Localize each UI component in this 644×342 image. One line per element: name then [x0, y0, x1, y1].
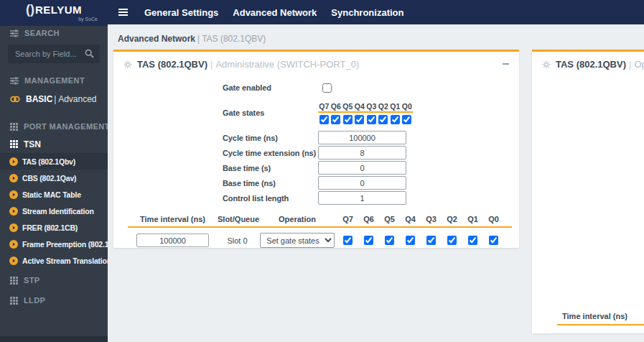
sidebar-item-label: BASIC| Advanced	[26, 94, 97, 104]
entry-time-interval-input[interactable]	[136, 234, 209, 247]
toggle-rings-icon	[10, 95, 20, 103]
gear-icon	[542, 60, 551, 69]
gate-state-q6-checkbox[interactable]	[331, 115, 340, 124]
breadcrumb-section[interactable]: Advanced Network	[118, 34, 195, 44]
gate-states-row: Gate states Q7 Q6 Q5 Q4 Q3 Q2 Q1 Q0	[113, 100, 519, 126]
chevron-circle-icon	[9, 256, 18, 265]
entry-q1-checkbox[interactable]	[468, 236, 477, 245]
gate-state-q1-checkbox[interactable]	[391, 115, 400, 124]
cycle-time-extension-row: Cycle time extension (ns)	[113, 145, 519, 160]
sidebar-item-stp[interactable]: STP	[0, 272, 108, 289]
gate-state-q7-checkbox[interactable]	[319, 115, 329, 124]
gate-state-q0-checkbox[interactable]	[402, 115, 411, 124]
menu-toggle-icon[interactable]	[118, 8, 129, 17]
sidebar-item-label: Stream Identification	[22, 207, 94, 216]
base-time-ns-input[interactable]	[318, 176, 406, 190]
sidebar-item-frer[interactable]: FRER (802.1CB)	[0, 219, 108, 236]
nav-synchronization[interactable]: Synchronization	[331, 7, 403, 18]
entry-q4-checkbox[interactable]	[406, 236, 415, 245]
card-title: TAS (802.1QBV)	[556, 59, 626, 70]
entry-q0-checkbox[interactable]	[489, 236, 498, 245]
chevron-circle-icon	[9, 207, 18, 216]
entry-q7-checkbox[interactable]	[343, 236, 353, 245]
admin-card-header: TAS (802.1QBV) | Administrative (SWITCH-…	[113, 52, 519, 73]
queue-header: Q2	[378, 102, 390, 111]
queue-header-row: Q7 Q6 Q5 Q4 Q3 Q2 Q1 Q0	[318, 102, 413, 111]
grid-icon	[10, 140, 18, 148]
brand-tagline: by SoCe	[78, 17, 98, 22]
control-list-header-row: Time interval (ns) Slot/Queue Operation …	[128, 215, 512, 223]
gate-state-q5-checkbox[interactable]	[343, 115, 353, 124]
nav-advanced-network[interactable]: Advanced Network	[233, 7, 317, 18]
sidebar-item-active-stream-translation[interactable]: Active Stream Translation	[0, 252, 108, 269]
sidebar-item-cbs[interactable]: CBS (802.1Qav)	[0, 170, 108, 186]
queue-header: Q0	[483, 215, 504, 223]
cycle-time-extension-label: Cycle time extension (ns)	[223, 149, 318, 157]
cycle-time-label: Cycle time (ns)	[223, 134, 318, 142]
brand-logo-row: () RELYUM	[26, 3, 82, 16]
admin-form: Gate enabled Gate states Q7 Q6 Q5 Q4 Q3 …	[113, 81, 519, 205]
breadcrumb-divider: |	[197, 34, 200, 44]
cycle-time-input[interactable]	[318, 131, 406, 144]
top-navigation: General Settings Advanced Network Synchr…	[144, 7, 403, 18]
chevron-circle-icon	[9, 190, 18, 199]
card-title-divider: |	[629, 59, 631, 70]
gear-icon	[123, 60, 132, 69]
sidebar-item-label: CBS (802.1Qav)	[22, 174, 76, 182]
sidebar-item-tsn[interactable]: TSN	[0, 135, 108, 153]
entry-operation-select[interactable]: Set gate states	[260, 233, 335, 248]
entry-q5-checkbox[interactable]	[385, 236, 394, 245]
grid-icon	[10, 277, 18, 285]
queue-header: Q3	[365, 102, 378, 111]
entry-q2-checkbox[interactable]	[447, 236, 457, 245]
queue-header: Q3	[421, 215, 442, 223]
nav-general-settings[interactable]: General Settings	[144, 7, 218, 18]
control-list-length-row: Control list length	[113, 190, 519, 205]
sliders-icon	[10, 29, 19, 37]
gate-state-q2-checkbox[interactable]	[378, 115, 388, 124]
sidebar-section-port-management: PORT MANAGEMENT	[0, 118, 108, 135]
card-subtitle: Administrative (SWITCH-PORT_0)	[215, 59, 359, 70]
gate-state-q3-checkbox[interactable]	[367, 115, 376, 124]
chevron-circle-icon	[9, 240, 18, 249]
grid-icon	[10, 297, 18, 305]
control-list-length-input[interactable]	[318, 191, 406, 205]
control-list-table: Time interval (ns) Slot/Queue Operation …	[113, 215, 519, 248]
sidebar-item-label: Static MAC Table	[22, 190, 81, 199]
search-icon[interactable]	[85, 49, 94, 58]
chevron-circle-icon	[9, 174, 18, 182]
entry-q6-checkbox[interactable]	[364, 236, 373, 245]
chevron-circle-icon	[9, 157, 18, 166]
sidebar-section-management: MANAGEMENT	[0, 72, 108, 89]
base-time-s-input[interactable]	[318, 161, 406, 175]
breadcrumb: Advanced Network|TAS (802.1QBV)	[108, 24, 644, 44]
cycle-time-row: Cycle time (ns)	[113, 130, 519, 145]
sidebar-item-static-mac-table[interactable]: Static MAC Table	[0, 186, 108, 203]
sidebar-item-label: LLDP	[24, 296, 45, 305]
cycle-time-extension-input[interactable]	[318, 146, 406, 160]
sidebar-item-basic-advanced[interactable]: BASIC| Advanced	[0, 89, 108, 109]
collapse-icon[interactable]	[503, 63, 509, 65]
sidebar-item-label: STP	[24, 276, 40, 285]
sidebar-item-tas[interactable]: TAS (802.1Qbv)	[0, 153, 108, 170]
sidebar-item-lldp[interactable]: LLDP	[0, 292, 108, 309]
sidebar-section-label: PORT MANAGEMENT	[24, 122, 108, 131]
time-interval-header: Time interval (ns)	[128, 215, 218, 223]
queue-header-underline	[318, 111, 413, 113]
gate-state-q4-checkbox[interactable]	[355, 115, 364, 124]
entry-q3-checkbox[interactable]	[426, 236, 436, 245]
queue-header: Q4	[400, 215, 421, 223]
sidebar-item-label: Frame Preemption (802.1Qbu)	[22, 240, 108, 249]
operative-card-header: TAS (802.1QBV) | Operative (SWITCH-PORT_…	[532, 52, 644, 73]
card-subtitle: Operative (SWITCH-PORT_0)	[634, 59, 644, 70]
sidebar-item-stream-identification[interactable]: Stream Identification	[0, 203, 108, 219]
base-time-ns-label: Base time (ns)	[223, 179, 318, 188]
gate-enabled-checkbox[interactable]	[322, 83, 332, 93]
brand-logo[interactable]: () RELYUM by SoCe	[0, 0, 108, 26]
sidebar-item-frame-preemption[interactable]: Frame Preemption (802.1Qbu)	[0, 236, 108, 252]
grid-icon	[10, 123, 18, 131]
queue-header: Q6	[358, 215, 379, 223]
queue-header: Q1	[462, 215, 483, 223]
breadcrumb-page: TAS (802.1QBV)	[202, 34, 266, 44]
time-interval-header: Time interval (ns)	[557, 312, 633, 320]
